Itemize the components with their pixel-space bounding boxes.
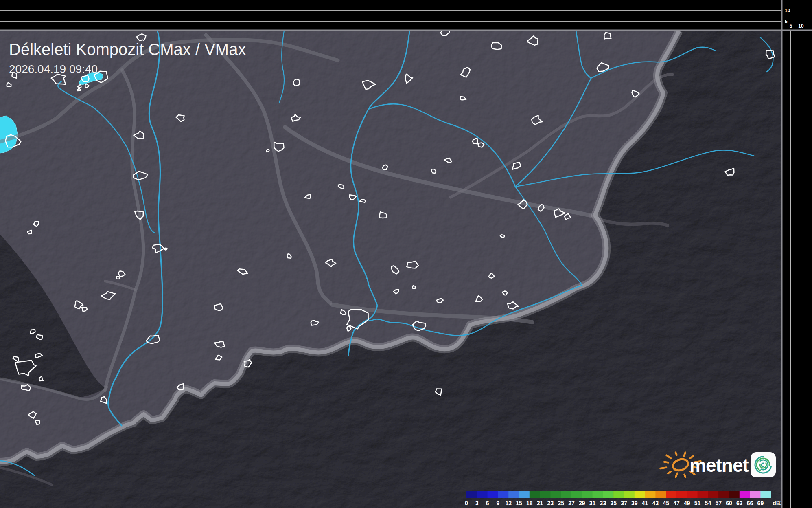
dbz-color-segment <box>571 491 582 498</box>
dbz-tick-label: 35 <box>610 500 617 506</box>
dbz-tick-label: 29 <box>579 500 585 506</box>
dbz-tick-label: 15 <box>516 500 522 506</box>
dbz-color-segment <box>593 491 603 498</box>
dbz-tick-label: 49 <box>684 500 690 506</box>
dbz-tick-label: 45 <box>663 500 669 506</box>
dbz-color-segment <box>624 491 635 498</box>
dbz-tick-label: 63 <box>736 500 743 506</box>
dbz-color-segment <box>477 491 488 498</box>
dbz-tick-label: 66 <box>747 500 753 506</box>
dbz-tick-label: 54 <box>705 500 711 506</box>
dbz-tick-label: 27 <box>568 500 575 506</box>
dbz-color-segment <box>645 491 656 498</box>
dbz-tick-label: 6 <box>486 500 489 506</box>
dbz-tick-label: 25 <box>558 500 564 506</box>
metnet-app-icon <box>751 452 776 477</box>
dbz-tick-label: 9 <box>497 500 500 506</box>
sun-ray <box>664 462 668 463</box>
dbz-color-segment <box>760 491 771 498</box>
dbz-color-segment <box>540 491 551 498</box>
dbz-color-segment <box>729 491 740 498</box>
dbz-tick-label: 21 <box>537 500 543 506</box>
product-title: Délkeleti Kompozit CMax / VMax <box>9 40 246 58</box>
dbz-tick-label: 60 <box>726 500 732 506</box>
dbz-tick-label: 12 <box>505 500 512 506</box>
dbz-color-segment <box>519 491 530 498</box>
dbz-tick-label: 37 <box>621 500 627 506</box>
dbz-tick-label: 69 <box>757 500 764 506</box>
map-area: Délkeleti Kompozit CMax / VMax 2026.04.1… <box>0 25 784 508</box>
dbz-tick-label: 47 <box>673 500 680 506</box>
dbz-color-segment <box>466 491 477 498</box>
dbz-tick-label: 23 <box>547 500 554 506</box>
radar-composite-image: Délkeleti Kompozit CMax / VMax 2026.04.1… <box>0 0 812 508</box>
dbz-color-segment <box>550 491 561 498</box>
dbz-color-segment <box>666 491 676 498</box>
dbz-tick-label: 0 <box>465 500 468 506</box>
dbz-tick-label: 31 <box>589 500 596 506</box>
dbz-tick-label: 18 <box>526 500 533 506</box>
top-height-panel <box>0 0 812 30</box>
dbz-tick-label: 39 <box>631 500 638 506</box>
app-icon-background <box>751 452 776 477</box>
dbz-color-segment <box>708 491 718 498</box>
dbz-tick-label: 57 <box>715 500 722 506</box>
dbz-color-segment <box>655 491 666 498</box>
dbz-color-segment <box>676 491 687 498</box>
metnet-logo-text: metnet <box>689 455 749 476</box>
dbz-color-segment <box>740 491 750 498</box>
right-height-panel <box>782 0 812 508</box>
height-tick-label: 5 <box>790 23 792 29</box>
dbz-tick-label: 51 <box>694 500 701 506</box>
dbz-color-segment <box>718 491 729 498</box>
dbz-color-segment <box>603 491 613 498</box>
dbz-color-segment <box>613 491 624 498</box>
dbz-tick-label: 43 <box>652 500 659 506</box>
height-tick-label: 5 <box>785 19 788 24</box>
dbz-tick-label: 3 <box>475 500 479 506</box>
radar-viewer: Délkeleti Kompozit CMax / VMax 2026.04.1… <box>0 0 812 508</box>
dbz-color-segment <box>488 491 498 498</box>
dbz-color-segment <box>498 491 508 498</box>
dbz-color-segment <box>561 491 571 498</box>
dbz-tick-label: 33 <box>600 500 606 506</box>
sun-ray <box>684 475 685 477</box>
height-tick-label: 10 <box>798 23 804 29</box>
dbz-color-segment <box>508 491 519 498</box>
dbz-color-segment <box>635 491 645 498</box>
dbz-color-segment <box>750 491 761 498</box>
sun-ray <box>676 453 677 455</box>
dbz-color-segment <box>687 491 698 498</box>
dbz-color-segment <box>698 491 708 498</box>
height-tick-label: 10 <box>785 8 790 13</box>
dbz-color-segment <box>530 491 540 498</box>
dbz-color-segment <box>582 491 593 498</box>
dbz-tick-label: 41 <box>642 500 648 506</box>
sun-ray <box>661 467 666 468</box>
timestamp: 2026.04.19 09:40 <box>9 63 98 75</box>
